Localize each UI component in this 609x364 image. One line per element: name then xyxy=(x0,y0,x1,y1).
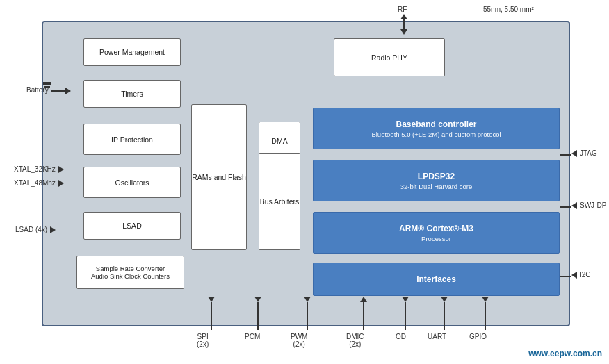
radio-phy-box: Radio PHY xyxy=(334,38,445,76)
timers-box: Timers xyxy=(83,80,181,108)
watermark: www.eepw.com.cn xyxy=(528,349,602,358)
ip-protection-box: IP Protection xyxy=(83,124,181,155)
dmic-arrow: DMIC (2x) xyxy=(355,297,373,345)
bus-arbiters-box: Bus Arbiters xyxy=(259,153,300,250)
xtal32-arrow: XTAL_32KHz xyxy=(14,165,64,173)
lpdsp-box: LPDSP32 32-bit Dual Harvard core xyxy=(313,160,560,201)
battery-label: Battery xyxy=(26,86,49,94)
i2c-line xyxy=(560,276,571,277)
oscillators-box: Oscillators xyxy=(83,167,181,198)
rf-label: RF xyxy=(398,6,407,13)
jtag-line xyxy=(560,154,571,156)
swjdp-arrow: SWJ-DP xyxy=(571,201,606,209)
gpio-arrow: GPIO xyxy=(476,297,494,338)
od-arrow: OD xyxy=(400,297,410,338)
interfaces-box: Interfaces xyxy=(313,263,560,296)
rams-flash-box: RAMs and Flash xyxy=(191,104,247,250)
arm-box: ARM® Cortex®-M3 Processor xyxy=(313,212,560,254)
lsad-box: LSAD xyxy=(83,212,181,240)
xtal48-arrow: XTAL_48Mhz xyxy=(14,179,64,187)
spi-arrow: SPI (2x) xyxy=(205,297,217,345)
sample-rate-box: Sample Rate Converter Audio Sink Clock C… xyxy=(76,256,184,289)
pwm-arrow: PWM (2x) xyxy=(299,297,316,345)
swjdp-line xyxy=(560,206,571,208)
power-management-box: Power Management xyxy=(83,38,181,66)
lsad-arrow: LSAD (4x) xyxy=(15,226,56,233)
pcm-arrow: PCM xyxy=(250,297,266,338)
baseband-box: Baseband controller Bluetooth 5.0 (+LE 2… xyxy=(313,108,560,149)
uart-arrow: UART xyxy=(435,297,453,338)
i2c-arrow: I2C xyxy=(571,271,591,279)
jtag-arrow: JTAG xyxy=(571,149,597,157)
battery-arrow xyxy=(51,88,71,94)
spec-label: 55nm, 5.50 mm² xyxy=(483,6,534,13)
rf-arrow xyxy=(400,14,407,35)
